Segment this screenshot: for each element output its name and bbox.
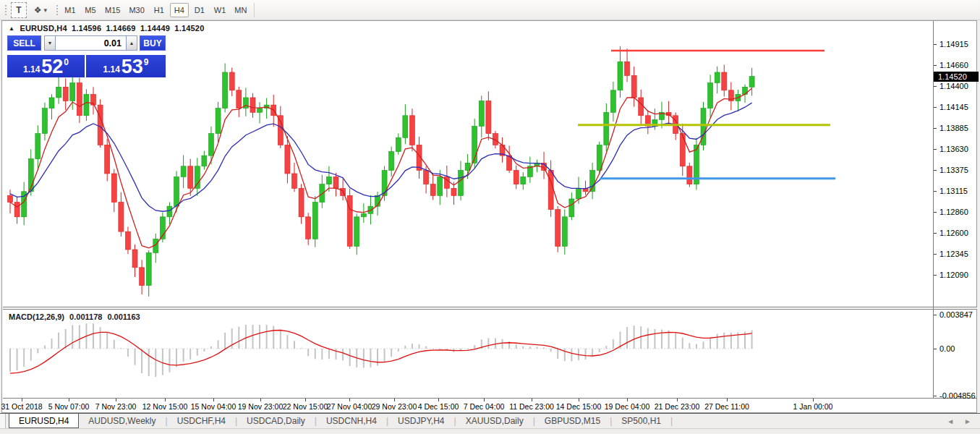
time-tick-mark: [22, 399, 22, 401]
price-tick-label: 1.12860: [939, 208, 968, 216]
price-tick-mark: [934, 191, 937, 192]
chart-tab-audusd-weekly[interactable]: AUDUSD,Weekly: [79, 414, 165, 428]
price-tick-mark: [934, 107, 937, 108]
time-tick-mark: [727, 399, 728, 401]
chart-tab-usdcad-daily[interactable]: USDCAD,Daily: [237, 414, 315, 428]
time-tick-mark: [627, 399, 628, 401]
price-tick-label: 1.14400: [939, 82, 968, 90]
timeframe-button-h4[interactable]: H4: [170, 3, 189, 17]
macd-tick-label: 0.00: [939, 344, 955, 353]
time-tick-mark: [484, 399, 485, 401]
one-click-trading-panel: SELL ▼ 0.01 ▲ BUY 1.14 52 0 1.14 53 9: [7, 35, 166, 77]
text-tool-icon[interactable]: T: [11, 2, 27, 18]
price-tick-label: 1.14660: [939, 61, 968, 69]
timeframe-button-m15[interactable]: M15: [101, 3, 124, 17]
price-tick-label: 1.13885: [939, 124, 968, 132]
timeframe-button-mn[interactable]: MN: [231, 3, 250, 17]
chart-tab-usdchf-h4[interactable]: USDCHF,H4: [168, 414, 235, 428]
macd-panel[interactable]: [3, 310, 933, 398]
time-tick-label: 29 Nov 23:00: [372, 402, 417, 411]
price-tick-mark: [934, 149, 937, 150]
sell-price-display[interactable]: 1.14 52 0: [7, 54, 85, 77]
volume-field[interactable]: 0.01: [56, 35, 126, 51]
time-tick-label: 12 Nov 15:00: [142, 402, 187, 411]
chart-tab-usdcnh-h4[interactable]: USDCNH,H4: [317, 414, 386, 428]
scroll-right-icon[interactable]: ►: [964, 417, 971, 425]
volume-increase-button[interactable]: ▲: [126, 35, 137, 51]
time-tick-label: 21 Dec 23:00: [655, 402, 699, 411]
time-tick-label: 4 Dec 15:00: [418, 402, 459, 411]
time-tick-mark: [165, 399, 166, 401]
time-tick-mark: [116, 399, 116, 401]
sell-big-figure: 1.14: [23, 64, 40, 76]
buy-price-display[interactable]: 1.14 53 9: [86, 54, 166, 77]
arrange-windows-icon[interactable]: ❖ ▾: [30, 3, 51, 17]
timeframe-toolbar: M1M5M15M30H1H4D1W1MN: [61, 3, 250, 17]
price-tick-mark: [934, 170, 937, 171]
quote-low: 1.14449: [140, 24, 170, 33]
price-tick-label: 1.13630: [939, 145, 968, 153]
quote-open: 1.14596: [72, 24, 101, 33]
price-tick-mark: [934, 65, 937, 66]
time-tick-label: 31 Oct 2018: [1, 402, 42, 411]
quote-high: 1.14669: [106, 24, 135, 33]
timeframe-button-m5[interactable]: M5: [81, 3, 100, 17]
top-toolbar: T ❖ ▾ M1M5M15M30H1H4D1W1MN: [0, 0, 980, 20]
time-tick-mark: [349, 399, 350, 401]
buy-big-figure: 1.14: [103, 64, 119, 76]
timeframe-button-h1[interactable]: H1: [150, 3, 169, 17]
tab-bar-grip[interactable]: [0, 414, 6, 428]
time-tick-mark: [677, 399, 678, 401]
time-tick-mark: [394, 399, 395, 401]
chart-tab-eurusd-h4[interactable]: EURUSD,H4: [9, 414, 79, 428]
price-tick-label: 1.13115: [939, 187, 968, 195]
volume-decrease-button[interactable]: ▼: [44, 35, 56, 51]
price-tick-label: 1.14915: [939, 40, 968, 48]
price-tick-label: 1.12345: [939, 250, 968, 258]
price-tick-mark: [934, 86, 937, 87]
status-strip: [0, 428, 980, 434]
timeframe-button-m30[interactable]: M30: [125, 3, 148, 17]
price-tick-mark: [934, 254, 937, 255]
time-tick-label: 27 Dec 11:00: [704, 402, 749, 411]
chart-tab-sp500-h1[interactable]: SP500,H1: [612, 414, 670, 428]
time-tick-label: 5 Nov 07:00: [48, 402, 90, 411]
macd-tick-mark: [934, 349, 937, 349]
macd-bottom-border: [3, 398, 977, 399]
sell-button[interactable]: SELL: [7, 35, 41, 51]
price-tick-mark: [934, 128, 937, 129]
price-tick-label: 1.14145: [939, 103, 968, 111]
price-tick-label: 1.13375: [939, 166, 968, 174]
price-tick-label: 1.12090: [939, 271, 968, 279]
toolbar-separator: [254, 3, 255, 17]
time-tick-label: 7 Nov 23:00: [95, 402, 137, 411]
symbol-period-label: EURUSD,H4: [20, 24, 67, 33]
price-tick-mark: [934, 275, 937, 276]
chart-tab-gbpusd-m15[interactable]: GBPUSD,M15: [535, 414, 610, 428]
time-tick-label: 14 Dec 15:00: [556, 402, 601, 411]
chart-tab-usdjpy-h4[interactable]: USDJPY,H4: [388, 414, 453, 428]
chevron-down-icon: ▾: [44, 7, 48, 14]
timeframe-button-w1[interactable]: W1: [210, 3, 230, 17]
tab-separator: |: [670, 414, 673, 428]
buy-button[interactable]: BUY: [140, 35, 166, 51]
toolbar-grip[interactable]: [55, 4, 59, 17]
sell-pips: 52: [41, 58, 63, 76]
time-tick-label: 7 Dec 04:00: [464, 402, 505, 411]
scroll-left-icon[interactable]: ◄: [947, 417, 954, 425]
timeframe-button-d1[interactable]: D1: [190, 3, 209, 17]
time-tick-mark: [813, 399, 814, 401]
price-tick-mark: [934, 212, 937, 213]
arrange-glyph-icon: ❖: [34, 5, 42, 15]
macd-tick-mark: [934, 315, 937, 315]
toolbar-grip[interactable]: [4, 4, 7, 17]
direction-up-icon: ▲: [9, 25, 14, 32]
time-tick-mark: [579, 399, 579, 401]
macd-tick-label: 0.003847: [939, 310, 973, 319]
timeframe-button-m1[interactable]: M1: [61, 3, 80, 17]
buy-pips: 53: [122, 58, 143, 76]
tab-scroll-arrows: ◄ ►: [947, 414, 980, 428]
time-tick-label: 22 Nov 15:00: [283, 402, 328, 411]
chart-tab-xauusd-daily[interactable]: XAUUSD,Daily: [456, 414, 533, 428]
time-tick-label: 19 Nov 23:00: [238, 402, 283, 411]
